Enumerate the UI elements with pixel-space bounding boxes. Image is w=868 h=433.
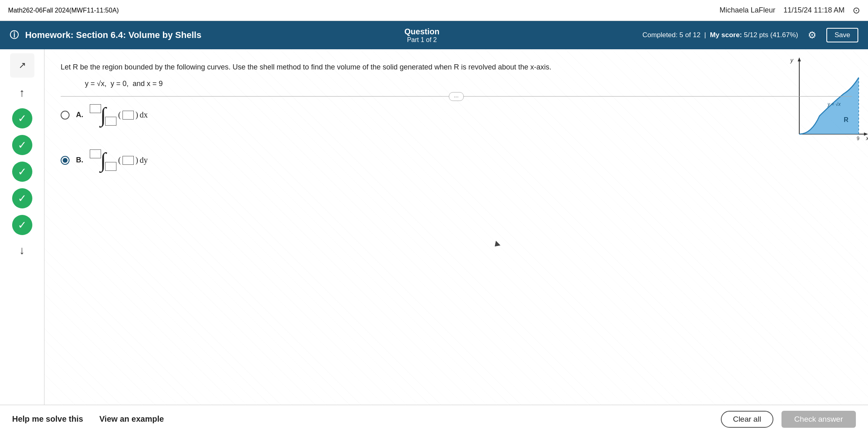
top-bar-right: Michaela LaFleur 11/15/24 11:18 AM ⊙ [720, 5, 860, 16]
open-paren-b: ( [118, 156, 121, 165]
expand-button[interactable]: ↗ [10, 53, 34, 78]
radio-a[interactable] [61, 111, 70, 120]
expand-icon: ↗ [19, 60, 26, 71]
question-area: Let R be the region bounded by the follo… [44, 49, 868, 409]
homework-label: Homework: [25, 30, 74, 40]
hw-meta: Completed: 5 of 12 | My score: 5/12 pts … [642, 28, 858, 42]
option-a: A. ∫ ( ) dx [61, 105, 852, 126]
svg-text:9: 9 [857, 136, 860, 141]
datetime: 11/15/24 11:18 AM [784, 6, 845, 15]
clear-all-button[interactable]: Clear all [721, 411, 773, 428]
dy-label-b: dy [140, 156, 148, 165]
bottom-bar: Help me solve this View an example Clear… [0, 405, 868, 433]
check-3: ✓ [12, 162, 32, 182]
bottom-right: Clear all Check answer [721, 411, 856, 428]
circle-icon: ⊙ [853, 5, 860, 16]
lower-bound-box-a[interactable] [105, 117, 116, 126]
check-4: ✓ [12, 188, 32, 208]
info-icon: ⓘ [10, 30, 19, 40]
integral-a: ∫ ( ) dx [90, 105, 148, 126]
hw-title: ⓘ Homework: Section 6.4: Volume by Shell… [10, 29, 201, 41]
question-part: Part 1 of 2 [404, 36, 439, 44]
homework-section-title: Section 6.4: Volume by Shells [76, 30, 201, 40]
hw-header: ⓘ Homework: Section 6.4: Volume by Shell… [0, 21, 868, 49]
lower-bound-box-b[interactable] [105, 162, 116, 171]
hw-question: Question Part 1 of 2 [404, 27, 439, 44]
svg-marker-3 [798, 57, 801, 61]
main-content: ↗ ↑ ✓ ✓ ✓ ✓ ✓ ↓ Let R be the region boun… [0, 49, 868, 409]
settings-icon[interactable]: ⚙ [808, 29, 817, 41]
save-button[interactable]: Save [826, 28, 858, 42]
radio-b[interactable] [61, 156, 70, 165]
up-arrow-button[interactable]: ↑ [17, 84, 27, 102]
open-paren-a: ( [118, 110, 121, 120]
svg-text:x: x [866, 135, 868, 141]
check-2: ✓ [12, 135, 32, 155]
example-button[interactable]: View an example [99, 414, 164, 424]
bottom-left: Help me solve this View an example [12, 414, 164, 424]
integrand-box-b[interactable] [122, 156, 134, 165]
question-label: Question [404, 27, 439, 36]
svg-text:y: y [790, 57, 794, 63]
left-sidebar: ↗ ↑ ✓ ✓ ✓ ✓ ✓ ↓ [0, 49, 44, 409]
divider-dots: ··· [449, 92, 464, 101]
option-b: B. ∫ ( ) dy [61, 150, 852, 171]
close-paren-a: ) [135, 110, 138, 120]
answer-options: A. ∫ ( ) dx [61, 105, 852, 171]
top-bar: Math262-06Fall 2024(MWF11-11:50A) Michae… [0, 0, 868, 21]
check-answer-button[interactable]: Check answer [781, 411, 856, 428]
option-b-label: B. [76, 156, 83, 164]
check-5: ✓ [12, 215, 32, 235]
integral-b: ∫ ( ) dy [90, 150, 148, 171]
svg-text:y = √x: y = √x [827, 101, 841, 107]
course-title: Math262-06Fall 2024(MWF11-11:50A) [8, 7, 119, 14]
upper-bound-box-b[interactable] [90, 149, 101, 158]
graph-container: y x y = √x R 9 [787, 57, 868, 146]
svg-text:R: R [844, 116, 849, 123]
check-1: ✓ [12, 108, 32, 128]
dx-label-a: dx [140, 110, 148, 120]
problem-equation: y = √x, y = 0, and x = 9 [85, 80, 852, 88]
down-arrow-button[interactable]: ↓ [17, 242, 27, 259]
problem-description: Let R be the region bounded by the follo… [61, 61, 852, 73]
user-name: Michaela LaFleur [720, 6, 775, 15]
integrand-box-a[interactable] [122, 111, 134, 120]
divider: ··· [61, 96, 852, 97]
close-paren-b: ) [135, 156, 138, 165]
completed-label: Completed: 5 of 12 | My score: 5/12 pts … [642, 31, 798, 39]
option-a-label: A. [76, 111, 83, 119]
upper-bound-box-a[interactable] [90, 104, 101, 113]
help-button[interactable]: Help me solve this [12, 414, 83, 424]
